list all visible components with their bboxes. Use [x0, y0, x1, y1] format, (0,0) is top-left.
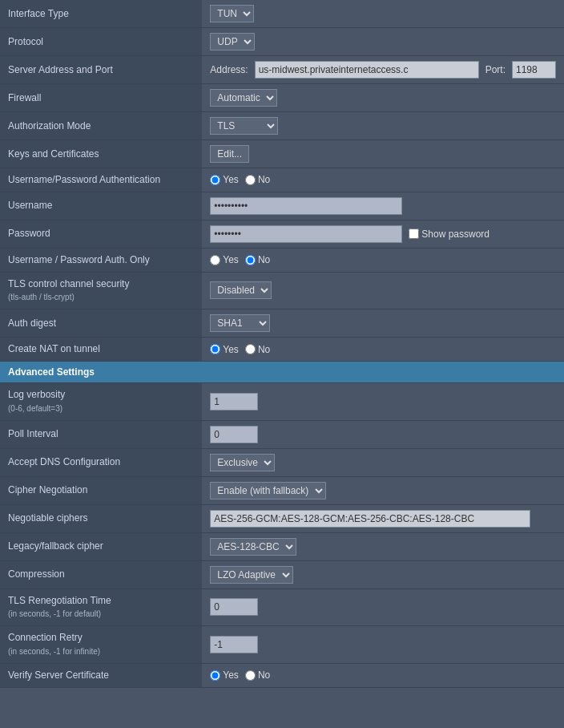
value-interface-type: TUNTAP — [202, 0, 564, 28]
row-connection-retry: Connection Retry(in seconds, -1 for infi… — [0, 626, 564, 664]
select-compression[interactable]: LZO AdaptiveLZOLZ4None — [210, 566, 293, 584]
value-keys-certificates: Edit... — [202, 140, 564, 168]
value-tls-control-channel: Disabledtls-authtls-crypt — [202, 272, 564, 309]
label-tls-control-channel: TLS control channel security(tls-auth / … — [0, 272, 202, 309]
value-auth-digest: SHA1SHA256SHA512MD5 — [202, 309, 564, 338]
label-firewall: Firewall — [0, 84, 202, 112]
radio-verify-server-cert-no[interactable] — [245, 670, 256, 681]
label-connection-retry: Connection Retry(in seconds, -1 for infi… — [0, 626, 202, 664]
address-input[interactable] — [255, 61, 479, 79]
row-tls-control-channel: TLS control channel security(tls-auth / … — [0, 272, 564, 309]
row-tls-renegotiation-time: TLS Renegotiation Time(in seconds, -1 fo… — [0, 588, 564, 626]
row-username-password-auth-only: Username / Password Auth. OnlyYesNo — [0, 248, 564, 272]
label-username-password-auth-only: Username / Password Auth. Only — [0, 248, 202, 272]
label-verify-server-cert: Verify Server Certificate — [0, 663, 202, 687]
radio-verify-server-cert-yes[interactable] — [210, 670, 220, 681]
label-negotiable-ciphers: Negotiable ciphers — [0, 504, 202, 532]
label-interface-type: Interface Type — [0, 0, 202, 28]
input-connection-retry[interactable] — [210, 636, 258, 653]
input-password[interactable] — [210, 225, 402, 243]
radio-username-password-auth-no[interactable] — [245, 175, 256, 185]
label-tls-renegotiation-time: TLS Renegotiation Time(in seconds, -1 fo… — [0, 588, 202, 626]
value-tls-renegotiation-time — [202, 588, 564, 626]
row-password: PasswordShow password — [0, 220, 564, 248]
row-verify-server-cert: Verify Server CertificateYesNo — [0, 663, 564, 687]
row-protocol: ProtocolUDPTCP — [0, 28, 564, 56]
value-password: Show password — [202, 220, 564, 248]
value-cipher-negotiation: Enable (with fallback)EnableDisable — [202, 476, 564, 504]
value-authorization-mode: TLSStatic KeyPassword — [202, 112, 564, 140]
select-authorization-mode[interactable]: TLSStatic KeyPassword — [210, 117, 278, 135]
value-connection-retry — [202, 626, 564, 664]
label-username-password-auth: Username/Password Authentication — [0, 168, 202, 192]
select-cipher-negotiation[interactable]: Enable (with fallback)EnableDisable — [210, 482, 326, 499]
label-compression: Compression — [0, 560, 202, 588]
value-create-nat: YesNo — [202, 338, 564, 362]
value-username — [202, 192, 564, 220]
input-negotiable-ciphers[interactable] — [210, 510, 530, 528]
select-interface-type[interactable]: TUNTAP — [210, 5, 254, 22]
row-legacy-fallback-cipher: Legacy/fallback cipherAES-128-CBCAES-256… — [0, 532, 564, 560]
row-compression: CompressionLZO AdaptiveLZOLZ4None — [0, 560, 564, 588]
show-password-checkbox[interactable] — [409, 229, 419, 239]
row-username: Username — [0, 192, 564, 220]
radio-create-nat-no[interactable] — [245, 344, 256, 354]
row-log-verbosity: Log verbosity(0-6, default=3) — [0, 382, 564, 420]
radio-username-password-auth-yes[interactable] — [210, 175, 220, 185]
value-username-password-auth: YesNo — [202, 168, 564, 192]
label-keys-certificates: Keys and Certificates — [0, 140, 202, 168]
row-create-nat: Create NAT on tunnelYesNo — [0, 338, 564, 362]
label-create-nat: Create NAT on tunnel — [0, 338, 202, 362]
row-negotiable-ciphers: Negotiable ciphers — [0, 504, 564, 532]
value-accept-dns: ExclusiveRelaxedStrictDisabled — [202, 448, 564, 476]
value-firewall: AutomaticOffOn — [202, 84, 564, 112]
radio-username-password-auth-only-no[interactable] — [245, 255, 256, 265]
radio-create-nat-yes[interactable] — [210, 344, 220, 354]
label-cipher-negotiation: Cipher Negotiation — [0, 476, 202, 504]
label-legacy-fallback-cipher: Legacy/fallback cipher — [0, 532, 202, 560]
input-poll-interval[interactable] — [210, 426, 258, 443]
input-username[interactable] — [210, 197, 402, 215]
label-poll-interval: Poll Interval — [0, 420, 202, 448]
label-accept-dns: Accept DNS Configuration — [0, 448, 202, 476]
row-firewall: FirewallAutomaticOffOn — [0, 84, 564, 112]
label-username: Username — [0, 192, 202, 220]
row-accept-dns: Accept DNS ConfigurationExclusiveRelaxed… — [0, 448, 564, 476]
advanced-settings-label: Advanced Settings — [0, 361, 564, 382]
input-tls-renegotiation-time[interactable] — [210, 598, 258, 616]
row-server-address-port: Server Address and PortAddress:Port: — [0, 56, 564, 84]
select-auth-digest[interactable]: SHA1SHA256SHA512MD5 — [210, 314, 270, 332]
value-verify-server-cert: YesNo — [202, 663, 564, 687]
port-input[interactable] — [512, 61, 556, 79]
row-keys-certificates: Keys and CertificatesEdit... — [0, 140, 564, 168]
radio-username-password-auth-only-yes[interactable] — [210, 255, 220, 265]
select-legacy-fallback-cipher[interactable]: AES-128-CBCAES-256-CBCDES-CBCBF-CBC — [210, 538, 296, 556]
label-log-verbosity: Log verbosity(0-6, default=3) — [0, 382, 202, 420]
settings-table: Interface TypeTUNTAPProtocolUDPTCPServer… — [0, 0, 564, 688]
select-tls-control-channel[interactable]: Disabledtls-authtls-crypt — [210, 281, 272, 299]
label-protocol: Protocol — [0, 28, 202, 56]
port-label: Port: — [485, 64, 506, 75]
row-interface-type: Interface TypeTUNTAP — [0, 0, 564, 28]
row-username-password-auth: Username/Password AuthenticationYesNo — [0, 168, 564, 192]
value-negotiable-ciphers — [202, 504, 564, 532]
value-legacy-fallback-cipher: AES-128-CBCAES-256-CBCDES-CBCBF-CBC — [202, 532, 564, 560]
select-firewall[interactable]: AutomaticOffOn — [210, 89, 277, 107]
label-server-address-port: Server Address and Port — [0, 56, 202, 84]
label-authorization-mode: Authorization Mode — [0, 112, 202, 140]
value-protocol: UDPTCP — [202, 28, 564, 56]
label-auth-digest: Auth digest — [0, 309, 202, 338]
value-log-verbosity — [202, 382, 564, 420]
select-accept-dns[interactable]: ExclusiveRelaxedStrictDisabled — [210, 454, 275, 471]
select-protocol[interactable]: UDPTCP — [210, 33, 255, 51]
label-password: Password — [0, 220, 202, 248]
value-compression: LZO AdaptiveLZOLZ4None — [202, 560, 564, 588]
value-poll-interval — [202, 420, 564, 448]
input-log-verbosity[interactable] — [210, 393, 258, 411]
row-auth-digest: Auth digestSHA1SHA256SHA512MD5 — [0, 309, 564, 338]
button-keys-certificates[interactable]: Edit... — [210, 145, 249, 163]
address-label: Address: — [210, 64, 248, 75]
value-username-password-auth-only: YesNo — [202, 248, 564, 272]
row-poll-interval: Poll Interval — [0, 420, 564, 448]
advanced-settings-header: Advanced Settings — [0, 361, 564, 382]
